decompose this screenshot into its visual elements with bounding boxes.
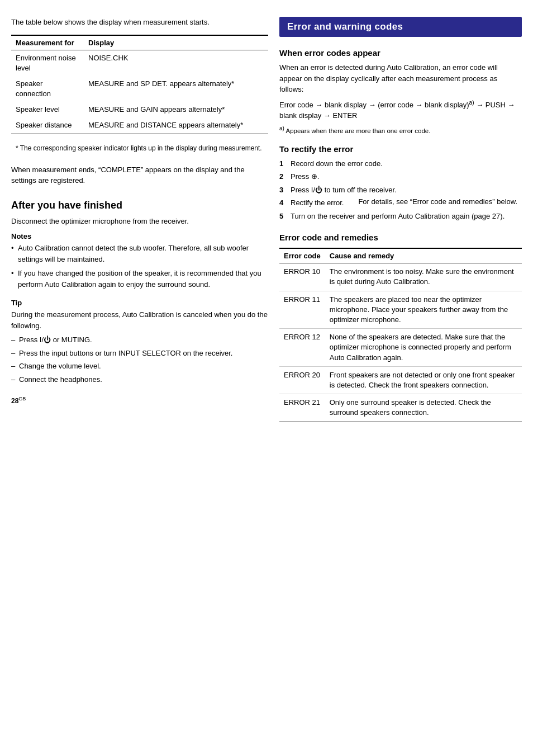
step-sub-text: For details, see “Error code and remedie… [347, 196, 517, 207]
error-code-cell: ERROR 11 [279, 291, 325, 329]
step-number: 4 [279, 197, 287, 209]
table-footnote: * The corresponding speaker indicator li… [11, 143, 268, 153]
measurement-table: Measurement for Display Environment nois… [11, 35, 268, 134]
measurement-cell: Speaker level [11, 102, 84, 117]
table-row: Environment noise levelNOISE.CHK [11, 50, 268, 76]
error-remedy-cell: Only one surround speaker is detected. C… [325, 394, 522, 422]
when-para1: When an error is detected during Auto Ca… [279, 62, 522, 95]
error-warning-box: Error and warning codes [279, 17, 522, 37]
table-row: Speaker distanceMEASURE and DISTANCE app… [11, 117, 268, 134]
step-number: 1 [279, 158, 287, 169]
error-table-row: ERROR 11The speakers are placed too near… [279, 291, 522, 329]
rectify-step: 1Record down the error code. [279, 158, 522, 169]
display-cell: MEASURE and SP DET. appears alternately* [84, 76, 268, 102]
notes-list: Auto Calibration cannot detect the sub w… [11, 243, 268, 290]
error-remedy-cell: None of the speakers are detected. Make … [325, 329, 522, 367]
when-para2-part1: Error code → blank display → (error code… [279, 101, 469, 109]
rectify-step: 4Rectify the error.For details, see “Err… [279, 197, 522, 209]
measurement-cell: Speaker connection [11, 76, 84, 102]
step-number: 5 [279, 211, 287, 222]
error-table: Error code Cause and remedy ERROR 10The … [279, 248, 522, 422]
after-heading: After you have finished [11, 200, 268, 211]
error-table-heading: Error code and remedies [279, 233, 522, 242]
error-warning-title: Error and warning codes [287, 21, 403, 32]
tip-item: Change the volume level. [11, 361, 268, 372]
error-remedy-cell: The speakers are placed too near the opt… [325, 291, 522, 329]
when-para2-super: a) [469, 100, 474, 106]
step-text: Press ⊕. [291, 171, 319, 182]
display-cell: NOISE.CHK [84, 50, 268, 76]
measurement-cell: Speaker distance [11, 117, 84, 134]
error-table-row: ERROR 12None of the speakers are detecte… [279, 329, 522, 367]
rectify-step: 2Press ⊕. [279, 171, 522, 182]
page-number: 28GB [11, 396, 268, 405]
error-col-header-remedy: Cause and remedy [325, 248, 522, 263]
when-para2: Error code → blank display → (error code… [279, 98, 522, 121]
step-text: Turn on the receiver and perform Auto Ca… [291, 211, 505, 222]
step-text: Record down the error code. [291, 158, 383, 169]
rectify-step: 5Turn on the receiver and perform Auto C… [279, 211, 522, 222]
tip-item: Connect the headphones. [11, 374, 268, 385]
tip-text: During the measurement process, Auto Cal… [11, 309, 268, 331]
error-table-row: ERROR 10The environment is too noisy. Ma… [279, 263, 522, 291]
note-item: If you have changed the position of the … [11, 268, 268, 290]
when-heading: When error codes appear [279, 48, 522, 58]
left-column: The table below shows the display when m… [11, 17, 268, 739]
note-item: Auto Calibration cannot detect the sub w… [11, 243, 268, 264]
rectify-list: 1Record down the error code.2Press ⊕.3Pr… [279, 158, 522, 222]
error-code-cell: ERROR 20 [279, 366, 325, 394]
notes-heading: Notes [11, 232, 268, 240]
step-text: Rectify the error. [291, 197, 344, 209]
step-number: 3 [279, 185, 287, 196]
footnote-right: a) Appears when there are more than one … [279, 125, 522, 135]
complete-text: When measurement ends, “COMPLETE” appear… [11, 164, 268, 186]
display-cell: MEASURE and GAIN appears alternately* [84, 102, 268, 117]
error-remedy-cell: The environment is too noisy. Make sure … [325, 263, 522, 291]
rectify-heading: To rectify the error [279, 144, 522, 154]
error-code-cell: ERROR 12 [279, 329, 325, 367]
display-cell: MEASURE and DISTANCE appears alternately… [84, 117, 268, 134]
table-row: Speaker levelMEASURE and GAIN appears al… [11, 102, 268, 117]
error-table-row: ERROR 20Front speakers are not detected … [279, 366, 522, 394]
tip-item: Press the input buttons or turn INPUT SE… [11, 348, 268, 359]
error-col-header-code: Error code [279, 248, 325, 263]
error-remedy-cell: Front speakers are not detected or only … [325, 366, 522, 394]
after-para: Disconnect the optimizer microphone from… [11, 216, 268, 227]
step-number: 2 [279, 171, 287, 182]
table-row: Speaker connectionMEASURE and SP DET. ap… [11, 76, 268, 102]
footnote-super: a) [279, 125, 284, 131]
right-column: Error and warning codes When error codes… [279, 17, 522, 739]
error-table-row: ERROR 21Only one surround speaker is det… [279, 394, 522, 422]
footnote-text: Appears when there are more than one err… [285, 127, 430, 134]
col-header-measurement: Measurement for [11, 35, 84, 50]
tip-heading: Tip [11, 299, 268, 307]
tip-item: Press I/⏻ or MUTING. [11, 334, 268, 346]
step-text: Press I/⏻ to turn off the receiver. [291, 185, 397, 196]
error-code-cell: ERROR 10 [279, 263, 325, 291]
page: The table below shows the display when m… [0, 0, 533, 756]
col-header-display: Display [84, 35, 268, 50]
error-code-cell: ERROR 21 [279, 394, 325, 422]
intro-text: The table below shows the display when m… [11, 17, 268, 28]
tip-list: Press I/⏻ or MUTING.Press the input butt… [11, 334, 268, 385]
rectify-step: 3Press I/⏻ to turn off the receiver. [279, 185, 522, 196]
measurement-cell: Environment noise level [11, 50, 84, 76]
